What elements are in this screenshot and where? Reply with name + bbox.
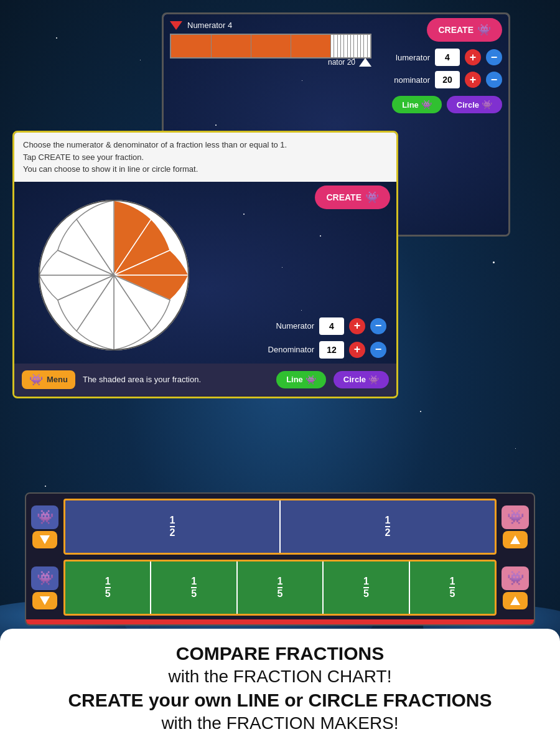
pie-chart-container (33, 194, 195, 356)
down-arrow-svg-2 (40, 596, 50, 605)
main-numerator-value: 4 (319, 317, 344, 335)
main-numerator-minus[interactable]: − (370, 318, 386, 334)
up-arrow-svg-2 (510, 596, 520, 605)
fifth-fraction-3: 1 5 (278, 576, 283, 599)
back-circle-button[interactable]: Circle 👾 (447, 96, 502, 113)
chart-row-2: 👾 1 5 1 5 (31, 560, 529, 616)
bar-filled-1 (171, 35, 211, 57)
fraction-chart-panel: 👾 1 2 1 2 (25, 492, 535, 626)
line-circle-btn-group: Line 👾 Circle 👾 (386, 96, 502, 113)
text-line-2: with the FRACTION CHART! (68, 665, 492, 688)
denominator-plus-btn[interactable]: + (465, 72, 481, 88)
back-line-label: Line (402, 100, 419, 110)
svg-marker-3 (510, 535, 520, 544)
down-arrow-btn-2[interactable] (32, 592, 57, 609)
plus-icon: + (470, 51, 477, 64)
blue-monster-icon-1: 👾 (31, 505, 58, 529)
svg-marker-5 (510, 596, 520, 605)
main-card: Choose the numerator & denominator of a … (12, 131, 398, 398)
fifth-cell-2: 1 5 (151, 561, 237, 614)
bar-filled-2 (211, 35, 251, 57)
main-card-instruction-text: Choose the numerator & denominator of a … (23, 140, 287, 174)
svg-marker-2 (40, 535, 50, 544)
back-line-button[interactable]: Line 👾 (392, 96, 442, 113)
denominator-minus-btn[interactable]: − (486, 72, 502, 88)
bar-filled-3 (251, 35, 291, 57)
denominator-control-row: nominator 20 + − (386, 71, 502, 88)
main-denominator-plus[interactable]: + (349, 342, 365, 358)
pink-monster-icon-1: 👾 (502, 505, 529, 529)
up-arrow-btn-1[interactable] (503, 531, 528, 548)
denominator-value-box: 20 (435, 71, 460, 88)
right-monster-1: 👾 (502, 505, 529, 548)
back-circle-label: Circle (457, 100, 479, 110)
back-create-button[interactable]: CREATE 👾 (427, 18, 502, 42)
fraction-chart-card: 👾 1 2 1 2 (25, 492, 535, 626)
left-monster-2: 👾 (31, 566, 58, 609)
fifth-fraction-1: 1 5 (105, 576, 111, 599)
numerator-bar-area: Numerator 4 (170, 21, 371, 59)
text-panel-content: COMPARE FRACTIONS with the FRACTION CHAR… (68, 641, 492, 735)
fifth-fraction-2: 1 5 (191, 576, 197, 599)
pink-monster-icon-2: 👾 (502, 566, 529, 590)
fifth-fraction-5: 1 5 (449, 576, 455, 599)
svg-marker-4 (40, 596, 50, 605)
fifths-bar: 1 5 1 5 1 5 (63, 560, 497, 616)
main-numerator-plus[interactable]: + (349, 318, 365, 334)
text-panel: COMPARE FRACTIONS with the FRACTION CHAR… (0, 629, 560, 747)
menu-button[interactable]: 👾 Menu (22, 370, 75, 389)
main-create-button[interactable]: CREATE 👾 (315, 186, 390, 209)
main-card-instruction: Choose the numerator & denominator of a … (14, 133, 396, 182)
main-create-label: CREATE (326, 192, 362, 202)
main-denominator-value: 12 (319, 341, 344, 359)
numerator-value-box: 4 (435, 49, 460, 66)
main-circle-label: Circle (343, 375, 366, 384)
half-fraction-1: 1 2 (170, 515, 175, 538)
numerator-bar-label: Numerator 4 (170, 21, 371, 30)
denominator-label-text: nator 20 (328, 58, 355, 67)
down-arrow-icon (170, 21, 182, 30)
up-arrow-svg-1 (510, 535, 520, 544)
main-card-footer: 👾 Menu The shaded area is your fraction.… (14, 364, 396, 396)
plus-icon-4: + (354, 343, 361, 356)
denominator-control-label: nominator (386, 75, 430, 85)
numerator-label-text: Numerator 4 (187, 21, 232, 30)
text-line-3: CREATE your own LINE or CIRCLE FRACTIONS (68, 688, 492, 712)
minus-icon-4: − (375, 343, 382, 356)
denominator-label-area: nator 20 (328, 58, 371, 67)
numerator-control-label: lumerator (386, 53, 430, 62)
main-circle-button[interactable]: Circle 👾 (334, 371, 389, 388)
minus-icon-3: − (375, 319, 382, 332)
bar-empty (367, 35, 370, 57)
text-line-4: with the FRACTION MAKERS! (68, 712, 492, 735)
main-card-body: CREATE 👾 Numerator 4 + − Denominator 12 … (14, 182, 396, 396)
half-cell-1: 1 2 (65, 500, 281, 553)
chart-row-1: 👾 1 2 1 2 (31, 499, 529, 555)
half-fraction-2: 1 2 (385, 515, 391, 538)
numerator-control-row: lumerator 4 + − (386, 49, 502, 66)
right-monster-2: 👾 (502, 566, 529, 609)
menu-label: Menu (47, 375, 68, 384)
main-controls: Numerator 4 + − Denominator 12 + − (268, 317, 386, 359)
down-arrow-btn-1[interactable] (32, 531, 57, 548)
main-line-button[interactable]: Line 👾 (276, 371, 326, 388)
fifth-cell-4: 1 5 (324, 561, 409, 614)
numerator-minus-btn[interactable]: − (486, 49, 502, 65)
fifth-cell-5: 1 5 (410, 561, 495, 614)
pie-chart-svg (33, 194, 195, 356)
half-cell-2: 1 2 (281, 500, 495, 553)
main-denominator-minus[interactable]: − (370, 342, 386, 358)
plus-icon-2: + (470, 73, 477, 87)
main-numerator-row: Numerator 4 + − (268, 317, 386, 335)
footer-text: The shaded area is your fraction. (83, 375, 269, 384)
main-line-label: Line (286, 375, 303, 384)
main-create-btn-area[interactable]: CREATE 👾 (315, 186, 390, 259)
fifth-cell-3: 1 5 (238, 561, 324, 614)
minus-icon: − (491, 51, 498, 64)
back-create-btn-area[interactable]: CREATE 👾 (427, 18, 502, 42)
up-arrow-btn-2[interactable] (503, 592, 528, 609)
main-denominator-row: Denominator 12 + − (268, 341, 386, 359)
minus-icon-2: − (491, 73, 498, 87)
numerator-plus-btn[interactable]: + (465, 49, 481, 65)
text-line-1: COMPARE FRACTIONS (68, 641, 492, 665)
